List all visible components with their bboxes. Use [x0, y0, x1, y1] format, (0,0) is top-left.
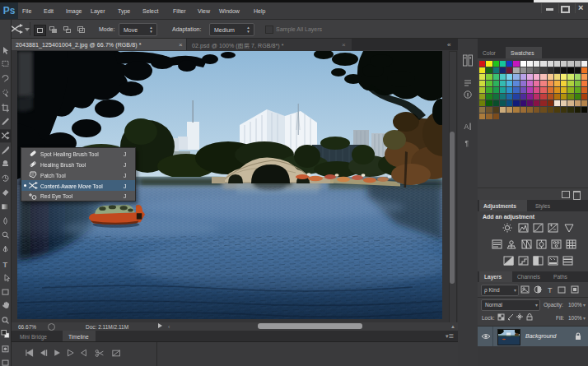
svg-text:T: T: [548, 286, 553, 294]
svg-text:A: A: [464, 123, 469, 131]
svg-text:T: T: [2, 261, 7, 269]
svg-text:¶: ¶: [465, 139, 469, 147]
